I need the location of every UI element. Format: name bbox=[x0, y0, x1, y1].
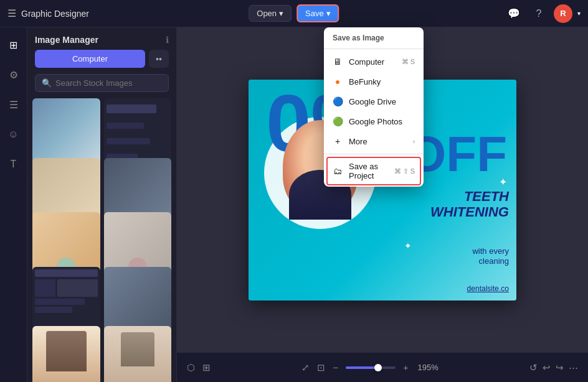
sidebar-item-adjust[interactable]: ⚙ bbox=[4, 65, 24, 85]
gdrive-label: Google Drive bbox=[349, 97, 415, 106]
zoom-percent: 195% bbox=[416, 363, 439, 372]
save-project-shortcut: ⌘ ⇧ S bbox=[394, 167, 415, 175]
save-project-icon: 🗂 bbox=[333, 166, 343, 176]
expand-icon[interactable]: ⤢ bbox=[301, 362, 310, 373]
more-dots-button[interactable]: •• bbox=[149, 50, 169, 68]
info-icon[interactable]: ℹ bbox=[166, 35, 169, 45]
sidebar-item-text[interactable]: T bbox=[4, 154, 24, 174]
icon-bar: ⊞ ⚙ ☰ ☺ T bbox=[0, 27, 27, 382]
sparkle-icon-2: ✦ bbox=[499, 176, 507, 188]
list-item[interactable] bbox=[104, 98, 172, 166]
save-dropdown[interactable]: Save as Image 🖥 Computer ⌘ S ● BeFunky 🔵… bbox=[324, 27, 424, 187]
header-center: Open ▾ Save ▾ bbox=[249, 4, 339, 22]
zoom-in-icon[interactable]: + bbox=[403, 362, 409, 373]
sidebar-controls: Computer •• bbox=[27, 50, 176, 74]
dropdown-section-title: Save as Image bbox=[324, 27, 424, 46]
help-icon: ? bbox=[536, 8, 542, 19]
save-project-label: Save as Project bbox=[349, 162, 388, 180]
zoom-out-icon[interactable]: − bbox=[333, 362, 338, 373]
search-box[interactable]: 🔍 bbox=[35, 74, 169, 92]
list-item[interactable] bbox=[32, 326, 100, 382]
zoom-slider[interactable] bbox=[346, 366, 396, 369]
dropdown-divider-top bbox=[324, 49, 424, 49]
bottom-bar: ⬡ ⊞ ⤢ ⊡ − + 195% ↺ ↩ ↪ ⋯ bbox=[177, 352, 588, 382]
main: ⊞ ⚙ ☰ ☺ T Image Manager ℹ Computer •• 🔍 bbox=[0, 27, 588, 382]
computer-button[interactable]: Computer bbox=[35, 50, 145, 68]
computer-icon: 🖥 bbox=[333, 57, 343, 67]
save-befunky-item[interactable]: ● BeFunky bbox=[324, 72, 424, 91]
list-item[interactable] bbox=[104, 326, 172, 382]
chat-icon: 💬 bbox=[508, 7, 520, 19]
search-input[interactable] bbox=[55, 78, 162, 88]
list-item[interactable] bbox=[104, 267, 172, 335]
chat-button[interactable]: 💬 bbox=[504, 4, 524, 24]
chevron-down-icon[interactable]: ▾ bbox=[577, 10, 581, 17]
computer-label: Computer bbox=[349, 57, 396, 67]
more-label: More bbox=[349, 137, 407, 146]
sidebar-title: Image Manager bbox=[35, 35, 98, 45]
list-item[interactable] bbox=[32, 98, 100, 166]
sidebar-item-images[interactable]: ⊞ bbox=[4, 35, 24, 55]
save-button[interactable]: Save ▾ bbox=[296, 4, 339, 22]
save-gphotos-item[interactable]: 🟢 Google Photos bbox=[324, 111, 424, 131]
avatar[interactable]: R bbox=[554, 4, 572, 23]
redo-icon[interactable]: ↪ bbox=[556, 362, 564, 373]
grid-icon[interactable]: ⊞ bbox=[202, 362, 211, 373]
chevron-right-icon: › bbox=[413, 138, 415, 145]
image-grid: Suggested media Suggested media bbox=[27, 98, 176, 382]
save-project-item[interactable]: 🗂 Save as Project ⌘ ⇧ S bbox=[326, 157, 421, 185]
more-icon: + bbox=[333, 136, 343, 146]
befunky-icon: ● bbox=[333, 77, 343, 86]
sidebar-item-people[interactable]: ☺ bbox=[4, 124, 24, 144]
dropdown-divider-bottom bbox=[324, 154, 424, 154]
more-icon[interactable]: ⋯ bbox=[569, 362, 578, 373]
canvas-sub-text: with everycleaning bbox=[472, 246, 509, 268]
canvas-url: dentalsite.co bbox=[467, 284, 509, 293]
canvas-teeth-text: TEETHWHITENING bbox=[430, 189, 509, 220]
header: ☰ Graphic Designer Open ▾ Save ▾ 💬 ? R ▾ bbox=[0, 0, 588, 27]
reset-icon[interactable]: ↺ bbox=[529, 362, 538, 373]
search-icon: 🔍 bbox=[42, 78, 52, 88]
computer-shortcut: ⌘ S bbox=[402, 58, 415, 66]
gphotos-label: Google Photos bbox=[349, 117, 415, 126]
open-button[interactable]: Open ▾ bbox=[249, 5, 292, 22]
app-title: Graphic Designer bbox=[21, 9, 89, 19]
sparkle-icon-3: ✦ bbox=[404, 241, 412, 251]
befunky-label: BeFunky bbox=[349, 77, 415, 86]
bottom-left: ⬡ ⊞ bbox=[187, 362, 211, 373]
zoom-thumb[interactable] bbox=[374, 364, 382, 371]
layers-icon[interactable]: ⬡ bbox=[187, 362, 195, 373]
sidebar-header: Image Manager ℹ bbox=[27, 27, 176, 50]
zoom-track bbox=[346, 366, 376, 369]
sidebar: Image Manager ℹ Computer •• 🔍 Suggeste bbox=[27, 27, 177, 382]
sidebar-item-layers[interactable]: ☰ bbox=[4, 95, 24, 114]
undo-icon[interactable]: ↩ bbox=[543, 362, 551, 373]
save-computer-item[interactable]: 🖥 Computer ⌘ S bbox=[324, 52, 424, 72]
save-more-item[interactable]: + More › bbox=[324, 131, 424, 151]
bottom-right: ↺ ↩ ↪ ⋯ bbox=[529, 362, 578, 373]
hamburger-icon[interactable]: ☰ bbox=[7, 7, 16, 19]
crop-icon[interactable]: ⊡ bbox=[317, 362, 325, 373]
gphotos-icon: 🟢 bbox=[333, 116, 343, 126]
gdrive-icon: 🔵 bbox=[333, 96, 343, 106]
list-item[interactable] bbox=[32, 267, 100, 335]
bottom-center: ⤢ ⊡ − + 195% bbox=[301, 362, 439, 373]
help-button[interactable]: ? bbox=[529, 4, 549, 24]
save-gdrive-item[interactable]: 🔵 Google Drive bbox=[324, 91, 424, 111]
